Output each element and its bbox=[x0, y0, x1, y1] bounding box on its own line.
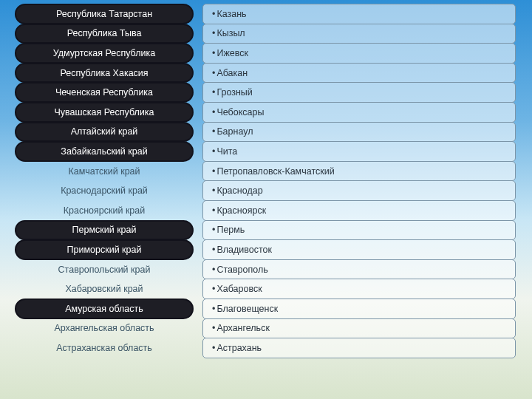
region-cell: Чувашская Республика bbox=[15, 102, 194, 123]
city-cell: Петропавловск-Камчатский bbox=[202, 161, 516, 182]
table-row: Чеченская РеспубликаГрозный bbox=[15, 82, 516, 103]
table-row: Пермский крайПермь bbox=[15, 220, 516, 241]
table-row: Красноярский крайКрасноярск bbox=[15, 200, 516, 221]
city-cell: Владивосток bbox=[202, 239, 516, 260]
region-cell: Камчатский край bbox=[15, 161, 194, 182]
city-cell: Кызыл bbox=[202, 24, 516, 44]
region-cell: Республика Хакасия bbox=[15, 63, 194, 83]
table-row: Республика ТываКызыл bbox=[15, 24, 516, 44]
table-row: Камчатский крайПетропавловск-Камчатский bbox=[15, 161, 516, 182]
region-city-table: Республика ТатарстанКазаньРеспублика Тыв… bbox=[15, 4, 516, 358]
table-row: Краснодарский крайКраснодар bbox=[15, 180, 516, 201]
region-cell: Чеченская Республика bbox=[15, 82, 194, 103]
table-row: Удмуртская РеспубликаИжевск bbox=[15, 43, 516, 64]
city-cell: Архангельск bbox=[202, 318, 516, 339]
region-cell: Архангельская область bbox=[15, 318, 194, 339]
table-row: Республика ХакасияАбакан bbox=[15, 63, 516, 83]
region-cell: Краснодарский край bbox=[15, 180, 194, 201]
city-cell: Абакан bbox=[202, 63, 516, 83]
city-cell: Ставрополь bbox=[202, 259, 516, 280]
table-row: Астраханская областьАстрахань bbox=[15, 338, 516, 358]
city-cell: Казань bbox=[202, 4, 516, 24]
table-row: Республика ТатарстанКазань bbox=[15, 4, 516, 24]
table-row: Алтайский крайБарнаул bbox=[15, 122, 516, 143]
region-cell: Республика Татарстан bbox=[15, 4, 194, 24]
region-cell: Алтайский край bbox=[15, 122, 194, 143]
table-row: Хабаровский крайХабаровск bbox=[15, 279, 516, 299]
region-cell: Приморский край bbox=[15, 239, 194, 260]
city-cell: Астрахань bbox=[202, 338, 516, 358]
table-row: Архангельская областьАрхангельск bbox=[15, 318, 516, 339]
region-cell: Хабаровский край bbox=[15, 279, 194, 299]
city-cell: Благовещенск bbox=[202, 299, 516, 319]
region-cell: Пермский край bbox=[15, 220, 194, 241]
table-row: Приморский крайВладивосток bbox=[15, 239, 516, 260]
city-cell: Хабаровск bbox=[202, 279, 516, 299]
table-row: Амурская областьБлаговещенск bbox=[15, 299, 516, 319]
region-cell: Амурская область bbox=[15, 299, 194, 319]
city-cell: Краснодар bbox=[202, 180, 516, 201]
city-cell: Чебоксары bbox=[202, 102, 516, 123]
city-cell: Чита bbox=[202, 141, 516, 162]
table-row: Ставропольский крайСтаврополь bbox=[15, 259, 516, 280]
city-cell: Красноярск bbox=[202, 200, 516, 221]
city-cell: Барнаул bbox=[202, 122, 516, 143]
city-cell: Грозный bbox=[202, 82, 516, 103]
region-cell: Республика Тыва bbox=[15, 24, 194, 44]
table-row: Чувашская РеспубликаЧебоксары bbox=[15, 102, 516, 123]
region-cell: Ставропольский край bbox=[15, 259, 194, 280]
region-cell: Забайкальский край bbox=[15, 141, 194, 162]
city-cell: Ижевск bbox=[202, 43, 516, 64]
city-cell: Пермь bbox=[202, 220, 516, 241]
region-cell: Астраханская область bbox=[15, 338, 194, 358]
table-row: Забайкальский крайЧита bbox=[15, 141, 516, 162]
region-cell: Красноярский край bbox=[15, 200, 194, 221]
region-cell: Удмуртская Республика bbox=[15, 43, 194, 64]
